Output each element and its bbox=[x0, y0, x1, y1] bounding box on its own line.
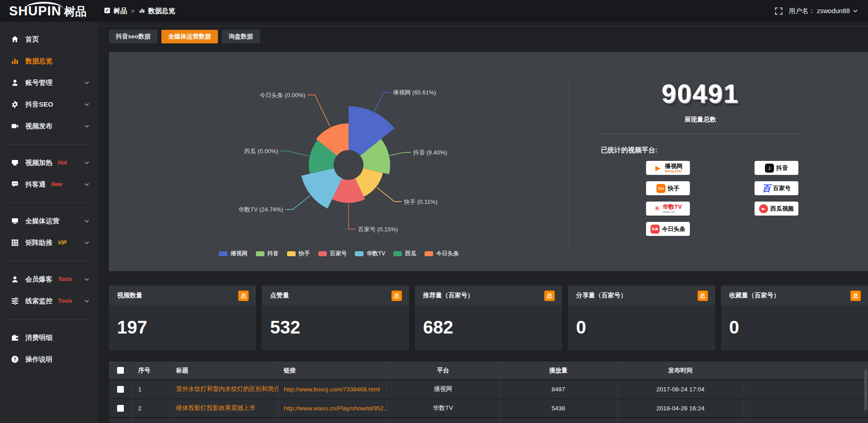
sidebar-item-视频发布[interactable]: 视频发布 bbox=[0, 115, 98, 137]
sidebar-divider bbox=[6, 319, 91, 320]
table-row[interactable]: 2楼体投影灯投影效果震撼上市http://www.wasu.cn/Play/sh… bbox=[109, 399, 868, 418]
legend-item-播视网[interactable]: 播视网 bbox=[219, 250, 248, 258]
pie-label: 抖音 (9.40%) bbox=[413, 149, 447, 156]
stat-card-title: 点赞量 bbox=[270, 291, 289, 300]
scrollbar bbox=[864, 22, 867, 423]
sidebar-item-抖客通[interactable]: 抖客通New bbox=[0, 174, 98, 195]
legend-item-西瓜[interactable]: 西瓜 bbox=[393, 250, 416, 258]
chart-legend: 播视网抖音快手百家号华数TV西瓜今日头条 bbox=[109, 250, 569, 258]
stat-card-header: 点赞量总 bbox=[262, 286, 409, 306]
sidebar-item-线索监控[interactable]: 线索监控Tools bbox=[0, 290, 98, 312]
chevron-down-icon[interactable] bbox=[84, 218, 90, 224]
sidebar-item-label: 消费明细 bbox=[25, 334, 52, 342]
tab-抖音seo数据[interactable]: 抖音seo数据 bbox=[109, 30, 157, 43]
pie-label: 西瓜 (0.00%) bbox=[244, 148, 278, 155]
stat-card-body: 532 bbox=[262, 306, 409, 350]
stat-card-value: 532 bbox=[270, 317, 401, 338]
fullscreen-icon[interactable] bbox=[775, 7, 783, 15]
legend-item-抖音[interactable]: 抖音 bbox=[256, 250, 279, 258]
stat-card-body: 682 bbox=[415, 306, 562, 350]
stat-card-视频数量: 视频数量总197 bbox=[109, 286, 256, 350]
stat-card-value: 0 bbox=[729, 317, 860, 338]
platform-name: 今日头条 bbox=[662, 226, 685, 232]
cell-plays: 5438 bbox=[500, 399, 617, 418]
stat-card-推荐量（百家号）: 推荐量（百家号）总682 bbox=[415, 286, 562, 350]
sidebar-item-账号管理[interactable]: 账号管理 bbox=[0, 72, 98, 94]
pie-label-leader bbox=[377, 188, 402, 202]
legend-label: 播视网 bbox=[231, 250, 248, 258]
table-row[interactable]: 1室外水纹灯和室内水纹灯的区别和简介http://www.boosj.com/7… bbox=[109, 380, 868, 399]
chevron-down-icon[interactable] bbox=[84, 277, 90, 282]
cell-time bbox=[617, 418, 744, 423]
chevron-down-icon[interactable] bbox=[84, 160, 90, 165]
wasu-icon: ✳ bbox=[654, 204, 660, 213]
chevron-down-icon bbox=[853, 8, 858, 14]
chevron-down-icon[interactable] bbox=[84, 80, 90, 85]
stat-card-body: 0 bbox=[568, 306, 715, 350]
table-row[interactable] bbox=[109, 418, 868, 423]
platform-name: 华数TV bbox=[663, 204, 682, 210]
cell-link[interactable] bbox=[278, 418, 387, 423]
user-menu[interactable]: 用户名： zswodun88 bbox=[789, 7, 858, 15]
select-all-checkbox[interactable] bbox=[117, 367, 124, 374]
douyin-icon: ♪ bbox=[765, 164, 774, 173]
sidebar-item-矩阵助推[interactable]: 矩阵助推VIP bbox=[0, 232, 98, 254]
sidebar-item-首页[interactable]: 首页 bbox=[0, 28, 98, 50]
sidebar-item-会员爆客[interactable]: 会员爆客Tools bbox=[0, 268, 98, 290]
sidebar-item-全媒体运营[interactable]: 全媒体运营 bbox=[0, 210, 98, 232]
sidebar-item-badge: Tools bbox=[58, 298, 72, 304]
pie-label: 播视网 (65.61%) bbox=[393, 89, 436, 96]
legend-item-百家号[interactable]: 百家号 bbox=[318, 250, 347, 258]
column-header-平台: 平台 bbox=[387, 362, 500, 380]
tab-全媒体运营数据[interactable]: 全媒体运营数据 bbox=[161, 30, 218, 43]
sidebar-item-label: 账号管理 bbox=[25, 79, 52, 87]
sidebar-item-消费明细[interactable]: 消费明细 bbox=[0, 327, 98, 348]
sidebar-item-视频加热[interactable]: 视频加热Hot bbox=[0, 152, 98, 174]
legend-label: 西瓜 bbox=[405, 250, 416, 258]
sidebar-divider bbox=[6, 144, 91, 145]
chevron-down-icon[interactable] bbox=[84, 102, 90, 107]
platform-name: 百家号 bbox=[773, 185, 791, 191]
chevron-down-icon[interactable] bbox=[84, 182, 90, 187]
total-badge: 总 bbox=[392, 291, 402, 301]
platform-sub: wasu.cn bbox=[663, 210, 682, 214]
breadcrumb-app[interactable]: 树品 bbox=[113, 7, 127, 15]
legend-item-快手[interactable]: 快手 bbox=[287, 250, 310, 258]
sidebar-divider bbox=[6, 202, 91, 203]
cell-title[interactable]: 室外水纹灯和室内水纹灯的区别和简介 bbox=[170, 380, 278, 399]
cell-link[interactable]: http://www.wasu.cn/Play/show/id/952... bbox=[278, 399, 387, 418]
cell-title[interactable] bbox=[170, 418, 278, 423]
chevron-down-icon[interactable] bbox=[84, 298, 90, 304]
pie-label: 今日头条 (0.00%) bbox=[259, 92, 305, 99]
summary-divider bbox=[601, 134, 800, 134]
monitor-icon bbox=[11, 217, 19, 225]
pie-slice-华数TV[interactable] bbox=[302, 168, 342, 208]
cell-empty bbox=[744, 418, 868, 423]
sidebar-item-抖音SEO[interactable]: 抖音SEO bbox=[0, 94, 98, 115]
pie-label-leader bbox=[374, 93, 391, 112]
chevron-down-icon[interactable] bbox=[84, 240, 90, 245]
legend-item-华数TV[interactable]: 华数TV bbox=[355, 250, 385, 258]
total-impressions-label: 展现量总数 bbox=[601, 116, 800, 124]
cell-link[interactable]: http://www.boosj.com/7338468.html bbox=[278, 380, 387, 399]
scrollbar-thumb[interactable] bbox=[864, 370, 867, 410]
pie-label: 华数TV (24.74%) bbox=[239, 206, 283, 213]
app-square-icon bbox=[104, 7, 110, 15]
row-checkbox[interactable] bbox=[117, 386, 124, 393]
home-icon bbox=[11, 35, 19, 43]
column-header-序号: 序号 bbox=[132, 362, 170, 380]
legend-item-今日头条[interactable]: 今日头条 bbox=[425, 250, 459, 258]
topbar: SHUPIN 树品 树品 > 数据总览 用户名： zswodun88 bbox=[0, 0, 868, 22]
pie-label-leader bbox=[307, 95, 330, 127]
column-header-发布时间: 发布时间 bbox=[617, 362, 744, 380]
chevron-down-icon[interactable] bbox=[84, 123, 90, 129]
platform-sub: boosj.com bbox=[665, 169, 683, 173]
breadcrumb-page[interactable]: 数据总览 bbox=[148, 7, 175, 15]
sidebar-item-操作说明[interactable]: ?操作说明 bbox=[0, 348, 98, 370]
tab-询盘数据[interactable]: 询盘数据 bbox=[222, 30, 260, 43]
row-checkbox[interactable] bbox=[117, 405, 124, 412]
stat-card-body: 0 bbox=[721, 306, 868, 350]
cell-title[interactable]: 楼体投影灯投影效果震撼上市 bbox=[170, 399, 278, 418]
sidebar-item-数据总览[interactable]: 数据总览 bbox=[0, 50, 98, 72]
total-impressions-value: 90491 bbox=[601, 78, 800, 108]
